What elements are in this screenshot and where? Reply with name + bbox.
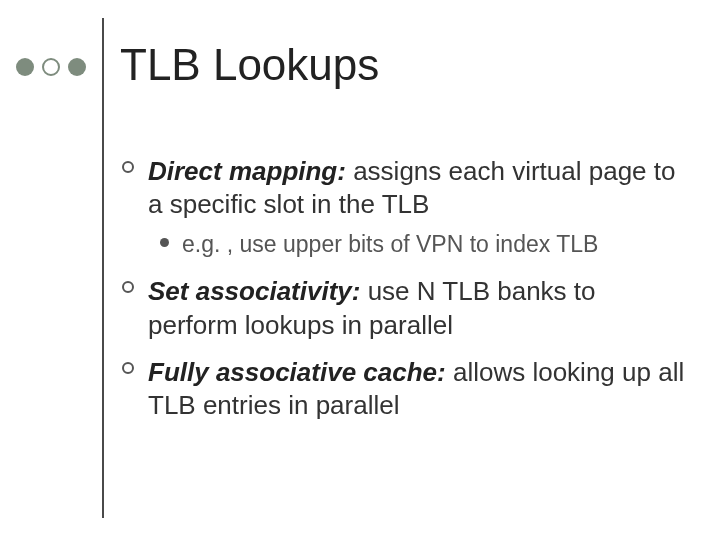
term: Fully associative cache:: [148, 357, 446, 387]
circle-bullet-icon: [122, 161, 134, 173]
disc-bullet-icon: [160, 238, 169, 247]
slide-title: TLB Lookups: [120, 40, 379, 90]
circle-bullet-icon: [122, 281, 134, 293]
bullet-item: Set associativity: use N TLB banks to pe…: [148, 275, 688, 342]
dot-icon: [42, 58, 60, 76]
sub-text: e.g. , use upper bits of VPN to index TL…: [182, 231, 598, 257]
term: Set associativity:: [148, 276, 360, 306]
sub-bullet-item: e.g. , use upper bits of VPN to index TL…: [182, 230, 688, 260]
vertical-divider: [102, 18, 104, 518]
dot-icon: [16, 58, 34, 76]
bullet-item: Direct mapping: assigns each virtual pag…: [148, 155, 688, 259]
decorative-dots: [16, 58, 86, 76]
circle-bullet-icon: [122, 362, 134, 374]
slide-content: Direct mapping: assigns each virtual pag…: [148, 155, 688, 436]
term: Direct mapping:: [148, 156, 346, 186]
slide: TLB Lookups Direct mapping: assigns each…: [0, 0, 720, 540]
bullet-item: Fully associative cache: allows looking …: [148, 356, 688, 423]
dot-icon: [68, 58, 86, 76]
